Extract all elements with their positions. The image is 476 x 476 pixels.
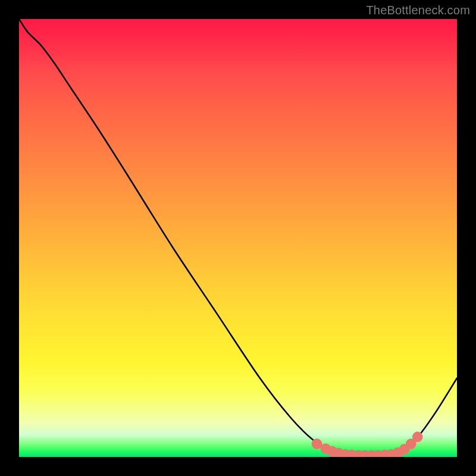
chart-stage: TheBottleneck.com <box>0 0 476 476</box>
optimal-zone-dots <box>312 431 423 457</box>
marker-dot <box>412 431 423 442</box>
bottleneck-curve <box>19 19 457 456</box>
chart-svg <box>19 19 457 457</box>
attribution-label: TheBottleneck.com <box>366 4 470 17</box>
chart-plot-area <box>19 19 457 457</box>
